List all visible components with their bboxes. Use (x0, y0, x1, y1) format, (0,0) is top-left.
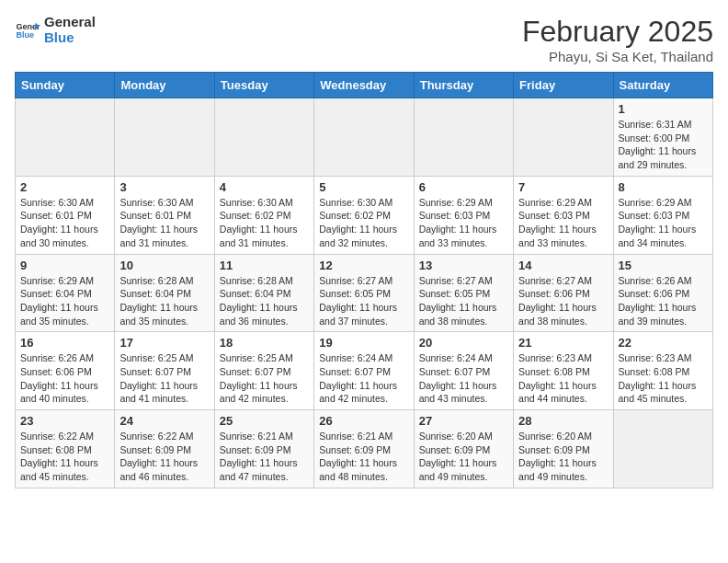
day-number: 5 (319, 180, 408, 194)
day-cell: 3Sunrise: 6:30 AM Sunset: 6:01 PM Daylig… (115, 176, 214, 254)
week-row-2: 9Sunrise: 6:29 AM Sunset: 6:04 PM Daylig… (16, 254, 713, 332)
day-cell: 1Sunrise: 6:31 AM Sunset: 6:00 PM Daylig… (613, 98, 712, 177)
day-number: 20 (419, 336, 508, 350)
day-info: Sunrise: 6:23 AM Sunset: 6:08 PM Dayligh… (619, 351, 708, 406)
day-number: 2 (20, 180, 109, 194)
day-number: 26 (319, 414, 408, 428)
weekday-header-tuesday: Tuesday (214, 73, 313, 98)
day-number: 24 (119, 414, 209, 428)
day-info: Sunrise: 6:30 AM Sunset: 6:02 PM Dayligh… (220, 196, 309, 250)
day-info: Sunrise: 6:20 AM Sunset: 6:09 PM Dayligh… (419, 430, 508, 484)
day-cell (414, 98, 513, 177)
day-info: Sunrise: 6:31 AM Sunset: 6:00 PM Dayligh… (619, 118, 708, 172)
day-cell: 25Sunrise: 6:21 AM Sunset: 6:09 PM Dayli… (214, 410, 313, 488)
day-cell: 19Sunrise: 6:24 AM Sunset: 6:07 PM Dayli… (314, 332, 414, 410)
day-number: 11 (220, 259, 309, 272)
day-cell (613, 410, 712, 488)
month-title: February 2025 (522, 15, 713, 49)
day-cell: 18Sunrise: 6:25 AM Sunset: 6:07 PM Dayli… (214, 332, 313, 410)
day-info: Sunrise: 6:26 AM Sunset: 6:06 PM Dayligh… (619, 274, 708, 328)
day-number: 4 (220, 180, 309, 194)
day-info: Sunrise: 6:21 AM Sunset: 6:09 PM Dayligh… (220, 430, 309, 484)
day-cell: 24Sunrise: 6:22 AM Sunset: 6:09 PM Dayli… (115, 410, 214, 488)
day-info: Sunrise: 6:28 AM Sunset: 6:04 PM Dayligh… (220, 274, 309, 328)
day-cell (16, 98, 115, 177)
day-info: Sunrise: 6:25 AM Sunset: 6:07 PM Dayligh… (220, 351, 309, 406)
day-number: 3 (119, 180, 209, 194)
day-info: Sunrise: 6:30 AM Sunset: 6:01 PM Dayligh… (119, 196, 209, 250)
logo: General Blue General Blue (15, 15, 96, 45)
day-info: Sunrise: 6:27 AM Sunset: 6:06 PM Dayligh… (518, 274, 608, 328)
day-cell: 16Sunrise: 6:26 AM Sunset: 6:06 PM Dayli… (16, 332, 115, 410)
day-cell: 28Sunrise: 6:20 AM Sunset: 6:09 PM Dayli… (514, 410, 613, 488)
day-info: Sunrise: 6:29 AM Sunset: 6:04 PM Dayligh… (20, 274, 109, 328)
day-info: Sunrise: 6:28 AM Sunset: 6:04 PM Dayligh… (119, 274, 209, 328)
day-info: Sunrise: 6:29 AM Sunset: 6:03 PM Dayligh… (619, 196, 708, 250)
week-row-0: 1Sunrise: 6:31 AM Sunset: 6:00 PM Daylig… (16, 98, 713, 177)
day-number: 15 (619, 259, 708, 272)
title-block: February 2025 Phayu, Si Sa Ket, Thailand (522, 15, 713, 64)
day-number: 22 (619, 336, 708, 350)
day-cell: 12Sunrise: 6:27 AM Sunset: 6:05 PM Dayli… (314, 254, 414, 332)
weekday-header-sunday: Sunday (16, 73, 115, 98)
day-cell: 26Sunrise: 6:21 AM Sunset: 6:09 PM Dayli… (314, 410, 414, 488)
logo-blue-text: Blue (44, 30, 96, 46)
day-cell: 8Sunrise: 6:29 AM Sunset: 6:03 PM Daylig… (613, 176, 712, 254)
day-cell: 5Sunrise: 6:30 AM Sunset: 6:02 PM Daylig… (314, 176, 414, 254)
day-cell: 4Sunrise: 6:30 AM Sunset: 6:02 PM Daylig… (214, 176, 313, 254)
location-subtitle: Phayu, Si Sa Ket, Thailand (522, 49, 713, 64)
day-cell (514, 98, 613, 177)
day-number: 28 (518, 414, 608, 428)
day-cell: 15Sunrise: 6:26 AM Sunset: 6:06 PM Dayli… (613, 254, 712, 332)
day-cell: 6Sunrise: 6:29 AM Sunset: 6:03 PM Daylig… (414, 176, 513, 254)
day-number: 1 (619, 102, 708, 116)
day-number: 19 (319, 336, 408, 350)
logo-general-text: General (44, 15, 96, 30)
day-number: 23 (20, 414, 109, 428)
day-info: Sunrise: 6:27 AM Sunset: 6:05 PM Dayligh… (419, 274, 508, 328)
day-cell: 14Sunrise: 6:27 AM Sunset: 6:06 PM Dayli… (514, 254, 613, 332)
day-number: 14 (518, 259, 608, 272)
day-cell (214, 98, 313, 177)
day-info: Sunrise: 6:25 AM Sunset: 6:07 PM Dayligh… (119, 351, 209, 406)
day-info: Sunrise: 6:30 AM Sunset: 6:02 PM Dayligh… (319, 196, 408, 250)
day-cell: 22Sunrise: 6:23 AM Sunset: 6:08 PM Dayli… (613, 332, 712, 410)
day-cell: 17Sunrise: 6:25 AM Sunset: 6:07 PM Dayli… (115, 332, 214, 410)
weekday-header-thursday: Thursday (414, 73, 513, 98)
day-cell (314, 98, 414, 177)
day-number: 21 (518, 336, 608, 350)
day-number: 16 (20, 336, 109, 350)
day-cell: 7Sunrise: 6:29 AM Sunset: 6:03 PM Daylig… (514, 176, 613, 254)
week-row-4: 23Sunrise: 6:22 AM Sunset: 6:08 PM Dayli… (16, 410, 713, 488)
day-info: Sunrise: 6:23 AM Sunset: 6:08 PM Dayligh… (518, 351, 608, 406)
day-info: Sunrise: 6:29 AM Sunset: 6:03 PM Dayligh… (518, 196, 608, 250)
page-header: General Blue General Blue February 2025 … (15, 15, 713, 64)
day-number: 8 (619, 180, 708, 194)
weekday-header-monday: Monday (115, 73, 214, 98)
day-number: 7 (518, 180, 608, 194)
day-cell: 27Sunrise: 6:20 AM Sunset: 6:09 PM Dayli… (414, 410, 513, 488)
day-number: 27 (419, 414, 508, 428)
day-number: 18 (220, 336, 309, 350)
day-number: 6 (419, 180, 508, 194)
day-cell: 10Sunrise: 6:28 AM Sunset: 6:04 PM Dayli… (115, 254, 214, 332)
day-cell: 21Sunrise: 6:23 AM Sunset: 6:08 PM Dayli… (514, 332, 613, 410)
day-number: 17 (119, 336, 209, 350)
day-cell: 2Sunrise: 6:30 AM Sunset: 6:01 PM Daylig… (16, 176, 115, 254)
calendar-table: SundayMondayTuesdayWednesdayThursdayFrid… (15, 72, 713, 488)
day-info: Sunrise: 6:21 AM Sunset: 6:09 PM Dayligh… (319, 430, 408, 484)
day-info: Sunrise: 6:30 AM Sunset: 6:01 PM Dayligh… (20, 196, 109, 250)
day-cell (115, 98, 214, 177)
day-number: 12 (319, 259, 408, 272)
day-info: Sunrise: 6:26 AM Sunset: 6:06 PM Dayligh… (20, 351, 109, 406)
day-info: Sunrise: 6:27 AM Sunset: 6:05 PM Dayligh… (319, 274, 408, 328)
weekday-header-wednesday: Wednesday (314, 73, 414, 98)
day-info: Sunrise: 6:24 AM Sunset: 6:07 PM Dayligh… (419, 351, 508, 406)
day-cell: 9Sunrise: 6:29 AM Sunset: 6:04 PM Daylig… (16, 254, 115, 332)
day-info: Sunrise: 6:22 AM Sunset: 6:09 PM Dayligh… (119, 430, 209, 484)
weekday-header-row: SundayMondayTuesdayWednesdayThursdayFrid… (16, 73, 713, 98)
day-info: Sunrise: 6:22 AM Sunset: 6:08 PM Dayligh… (20, 430, 109, 484)
day-cell: 13Sunrise: 6:27 AM Sunset: 6:05 PM Dayli… (414, 254, 513, 332)
day-cell: 11Sunrise: 6:28 AM Sunset: 6:04 PM Dayli… (214, 254, 313, 332)
week-row-3: 16Sunrise: 6:26 AM Sunset: 6:06 PM Dayli… (16, 332, 713, 410)
